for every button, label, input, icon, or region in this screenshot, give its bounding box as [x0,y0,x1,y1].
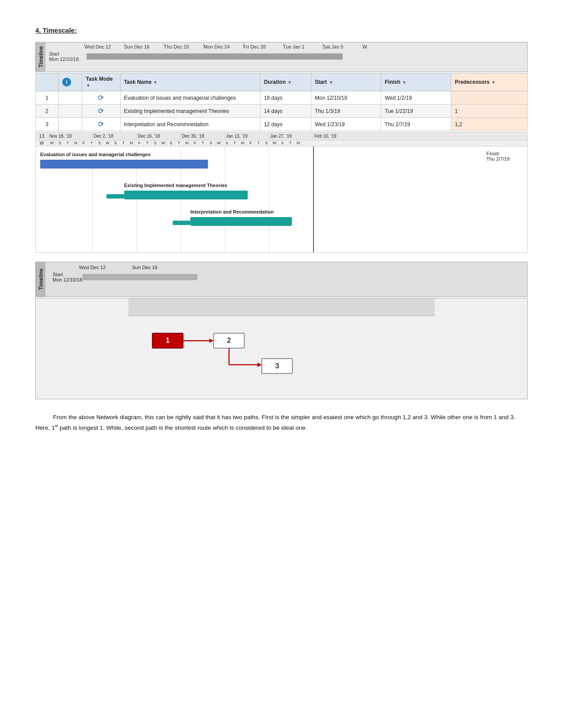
col-header-start: Start ▾ [311,73,381,91]
day-cell-26: T [255,140,263,146]
task1-label: Evaluation of issues and managerial chal… [40,152,151,157]
timeline-bottom-bar-area: Start Mon 12/10/18 [53,272,524,282]
cell-start-1: Thu 1/3/19 [311,105,381,118]
task-mode-icon-0: ⟳ [98,94,104,101]
dur-dropdown-arrow[interactable]: ▾ [288,80,291,85]
cell-pred-0 [451,91,528,105]
cell-finish-2: Thu 2/7/19 [381,118,451,131]
week-date-4: Jan 13, '19 [225,133,269,139]
network-svg: 1 2 3 [36,298,527,399]
day-cell-29: S [279,140,287,146]
timeline-bottom-dates: Wed Dec 12 Sun Dec 16 [79,265,524,270]
timeline-bottom-bar [83,274,197,280]
col-header-num [36,73,59,91]
arrow-1-2-head [209,338,214,343]
mode-dropdown-arrow[interactable]: ▾ [87,83,89,88]
day-cell-25: F [247,140,255,146]
table-row: 2 ⟳ Existing Implemented management Theo… [36,105,528,118]
cell-num-0: 1 [36,91,59,105]
table-row: 1 ⟳ Evaluation of issues and managerial … [36,91,528,105]
start-dropdown-arrow[interactable]: ▾ [330,80,332,85]
day-cell-20: S [207,140,215,146]
col-header-finish: Finish ▾ [381,73,451,91]
day-cell-31: M [295,140,302,146]
timeline-bottom-content: Wed Dec 12 Sun Dec 16 Start Mon 12/10/18 [49,262,527,285]
bottom-date-1: Sun Dec 16 [132,265,176,270]
gantt-body: Evaluation of issues and managerial chal… [36,146,527,252]
day-cell-21: W [215,140,223,146]
day-cell-13: S [151,140,159,146]
col-header-name: Task Name ▾ [120,73,260,91]
day-cell-22: S [223,140,231,146]
section-title: 4. Timescale: [35,26,528,34]
network-diagram-area: 1 2 3 [35,298,528,399]
day-cell-1: S [56,140,64,146]
day-cell-5: T [88,140,96,146]
day-cell-28: W [271,140,279,146]
cell-pred-2: 1,2 [451,118,528,131]
finish-dropdown-arrow[interactable]: ▾ [403,80,405,85]
task2-label: Existing Implemented management Theories [124,183,227,188]
name-dropdown-arrow[interactable]: ▾ [154,80,156,85]
bottom-start-label: Start Mon 12/10/18 [53,272,83,282]
day-cell-23: T [231,140,239,146]
col-header-predecessors: Predecessors ▾ [451,73,528,91]
cell-finish-1: Tue 1/22/19 [381,105,451,118]
timeline-date-5: Fri Dec 28 [243,44,283,49]
timeline-date-8: W [363,44,402,49]
task3-label: Interpretation and Recommnedation [190,209,274,214]
task3-bar-left [173,221,190,225]
cell-name-1: Existing Implemented management Theories [120,105,260,118]
cell-start-0: Mon 12/10/18 [311,91,381,105]
week-date-6: Feb 10, '19 [313,133,348,139]
day-cell-12: T [144,140,151,146]
gantt-day-row: W WSTMFTSWSTMFTSWSTMFTSWSTMFTSWSTM [36,140,527,146]
day-cell-19: T [199,140,207,146]
grid-line-6 [313,146,314,252]
day-cell-4: F [80,140,88,146]
grid-line-5 [269,146,269,252]
table-header-row: i Task Mode ▾ Task Name ▾ Duration ▾ Sta… [36,73,528,91]
timeline-date-4: Mon Dec 24 [204,44,243,49]
node-1-label: 1 [166,337,170,344]
cell-info-0 [58,91,82,105]
timeline-date-2: Sun Dec 16 [124,44,164,49]
day-cell-14: W [159,140,167,146]
day-cell-27: S [263,140,271,146]
timeline-top-dates: Wed Dec 12 Sun Dec 16 Thu Dec 20 Mon Dec… [84,44,524,49]
day-cell-18: F [191,140,199,146]
pred-dropdown-arrow[interactable]: ▾ [492,80,495,85]
cell-dur-2: 12 days [260,118,311,131]
cell-info-2 [58,118,82,131]
timeline-start-label: Start Mon 12/10/18 [49,51,87,62]
timeline-bottom-label: Timeline [36,262,45,296]
arrow-2-3-head [257,363,262,367]
cell-dur-1: 14 days [260,105,311,118]
day-cell-10: M [128,140,136,146]
week-date-2: Dec 16, '18 [136,133,181,139]
bottom-date-0: Wed Dec 12 [79,265,132,270]
cell-mode-2: ⟳ [82,118,120,131]
day-cells: WSTMFTSWSTMFTSWSTMFTSWSTMFTSWSTM [48,140,527,146]
day-cell-3: M [72,140,80,146]
timeline-top-panel: Timeline Wed Dec 12 Sun Dec 16 Thu Dec 2… [35,42,528,72]
task-mode-icon-1: ⟳ [98,107,104,115]
timeline-date-3: Thu Dec 20 [164,44,204,49]
gantt-week-header: 13 Nov 18, '18 Dec 2, '18 Dec 16, '18 De… [36,132,527,140]
grid-line-4 [225,146,225,252]
task-mode-icon-2: ⟳ [98,120,104,128]
col-header-mode: Task Mode ▾ [82,73,120,91]
week-date-1: Dec 2, '18 [92,133,136,139]
day-cell-0: W [48,140,56,146]
timeline-top-content: Wed Dec 12 Sun Dec 16 Thu Dec 20 Mon Dec… [45,42,527,64]
timeline-bar-area: Start Mon 12/10/18 [49,51,524,62]
cell-pred-1: 1 [451,105,528,118]
task1-bar [40,160,208,169]
cell-name-2: Interpretation and Recommnedation [120,118,260,131]
node-2-label: 2 [227,337,231,344]
col-header-duration: Duration ▾ [260,73,311,91]
cell-finish-0: Wed 1/2/19 [381,91,451,105]
day-cell-8: S [112,140,120,146]
cell-mode-0: ⟳ [82,91,120,105]
node-3-label: 3 [275,362,279,370]
